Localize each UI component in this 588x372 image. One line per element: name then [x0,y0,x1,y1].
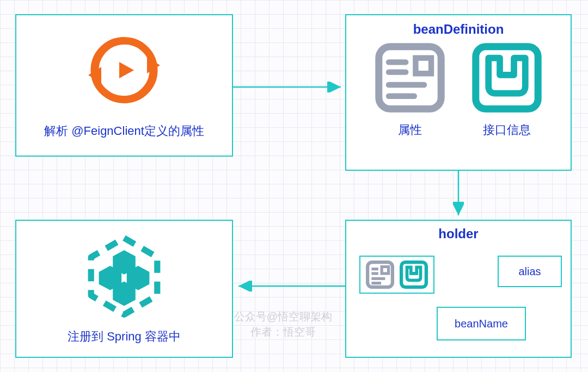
attr-label: 属性 [398,122,422,138]
svg-rect-16 [382,266,388,273]
arrow-box4-to-box3 [232,281,347,292]
beanname-box: beanName [437,307,526,340]
alias-box: alias [498,256,562,287]
beanname-label: beanName [455,318,508,330]
iface-column: 接口信息 [471,42,542,138]
box1-caption: 解析 @FeignClient定义的属性 [44,123,204,139]
box4-title: holder [438,226,478,241]
arrow-box1-to-box2 [233,82,347,92]
box3-caption: 注册到 Spring 容器中 [68,328,181,345]
refresh-play-icon [83,29,165,111]
bean-definition-box: beanDefinition 属性 接口信息 [345,14,572,171]
watermark: 公众号@悟空聊架构 作者：悟空哥 [218,309,348,339]
svg-rect-4 [415,58,431,74]
attr-column: 属性 [375,42,445,138]
alias-label: alias [518,265,541,278]
interface-icon-small [400,261,428,289]
box2-icon-row: 属性 接口信息 [375,42,542,138]
parse-feignclient-box: 解析 @FeignClient定义的属性 [15,14,233,157]
iface-label: 接口信息 [483,122,531,138]
watermark-line1: 公众号@悟空聊架构 [218,309,348,324]
svg-marker-2 [119,62,134,78]
document-icon-small [366,261,394,289]
holder-box: holder alias beanName [345,220,572,358]
arrow-box2-to-box4 [453,171,464,222]
document-icon [375,42,445,113]
interface-icon [471,42,542,113]
register-spring-box: 注册到 Spring 容器中 [15,220,233,358]
watermark-line2: 作者：悟空哥 [218,324,348,339]
cube-cluster-icon [81,233,168,320]
holder-bean-def-mini [359,256,434,294]
box2-title: beanDefinition [413,22,504,37]
